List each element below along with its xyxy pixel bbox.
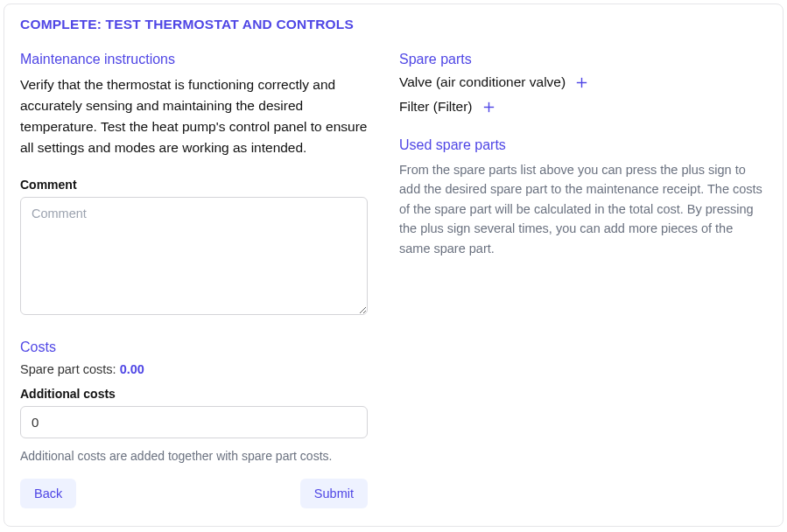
plus-icon bbox=[481, 100, 496, 115]
left-column: Maintenance instructions Verify that the… bbox=[20, 52, 368, 508]
additional-costs-label: Additional costs bbox=[20, 387, 368, 401]
spare-parts-list: Valve (air conditioner valve) Filter (Fi… bbox=[399, 74, 767, 115]
maintenance-form-card: COMPLETE: TEST THERMOSTAT AND CONTROLS M… bbox=[4, 4, 783, 527]
add-spare-part-button[interactable] bbox=[478, 100, 500, 115]
comment-label: Comment bbox=[20, 178, 368, 192]
instructions-heading: Maintenance instructions bbox=[20, 52, 368, 67]
spare-part-costs-value: 0.00 bbox=[120, 362, 144, 376]
back-button[interactable]: Back bbox=[20, 479, 76, 508]
columns: Maintenance instructions Verify that the… bbox=[20, 52, 767, 508]
additional-costs-input[interactable] bbox=[20, 406, 368, 438]
spare-part-label: Valve (air conditioner valve) bbox=[399, 74, 566, 90]
spare-part-costs-label: Spare part costs: bbox=[20, 362, 120, 376]
spare-part-label: Filter (Filter) bbox=[399, 99, 473, 115]
instructions-text: Verify that the thermostat is functionin… bbox=[20, 74, 368, 158]
comment-input[interactable] bbox=[20, 197, 368, 315]
spare-parts-heading: Spare parts bbox=[399, 52, 767, 67]
additional-costs-help: Additional costs are added together with… bbox=[20, 449, 368, 463]
plus-icon bbox=[574, 75, 589, 90]
submit-button[interactable]: Submit bbox=[300, 479, 368, 508]
spare-part-item: Valve (air conditioner valve) bbox=[399, 74, 767, 90]
used-spare-parts-heading: Used spare parts bbox=[399, 137, 767, 153]
used-spare-parts-description: From the spare parts list above you can … bbox=[399, 160, 767, 258]
costs-heading: Costs bbox=[20, 340, 368, 355]
right-column: Spare parts Valve (air conditioner valve… bbox=[399, 52, 767, 508]
spare-part-costs-line: Spare part costs: 0.00 bbox=[20, 362, 368, 376]
page-title: COMPLETE: TEST THERMOSTAT AND CONTROLS bbox=[20, 17, 767, 32]
add-spare-part-button[interactable] bbox=[571, 75, 593, 90]
costs-section: Costs Spare part costs: 0.00 Additional … bbox=[20, 340, 368, 463]
spare-part-item: Filter (Filter) bbox=[399, 99, 767, 115]
button-row: Back Submit bbox=[20, 479, 368, 508]
